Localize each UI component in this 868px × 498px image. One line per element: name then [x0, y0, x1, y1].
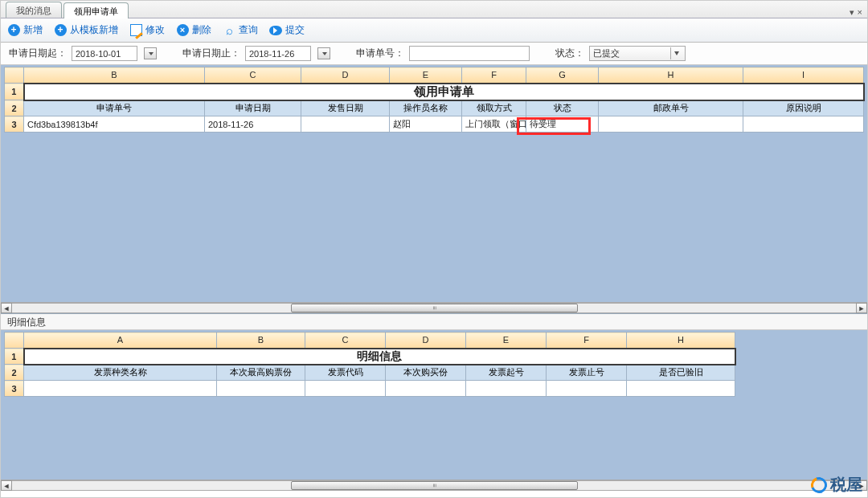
cell[interactable] [217, 381, 305, 397]
edit-button-label: 修改 [145, 23, 165, 37]
cell-status[interactable]: 待受理 [526, 116, 599, 133]
table-header: 原因说明 [743, 100, 864, 116]
row-header[interactable]: 1 [5, 349, 24, 365]
grid-corner[interactable] [5, 67, 24, 84]
sheet-title: 领用申请单 [24, 84, 864, 100]
col-header[interactable]: H [599, 67, 743, 84]
date-from-input[interactable]: 2018-10-01 [72, 46, 137, 61]
watermark-text: 税屋 [830, 474, 862, 496]
chevron-down-icon [670, 47, 682, 59]
delete-icon: × [177, 24, 189, 36]
plus-icon: + [8, 24, 20, 36]
cell[interactable] [305, 381, 386, 397]
table-header: 领取方式 [462, 100, 526, 116]
grid-corner[interactable] [5, 333, 24, 349]
submit-button-label: 提交 [285, 23, 305, 37]
row-header[interactable]: 3 [5, 381, 24, 397]
table-header: 操作员名称 [390, 100, 462, 116]
table-header: 申请日期 [205, 100, 301, 116]
row-header[interactable]: 2 [5, 100, 24, 116]
delete-button[interactable]: × 删除 [176, 23, 211, 37]
cell[interactable] [386, 381, 466, 397]
scroll-thumb[interactable] [291, 481, 578, 490]
scroll-right-icon[interactable]: ► [856, 303, 867, 313]
col-header[interactable]: I [743, 67, 864, 84]
col-header[interactable]: D [386, 333, 466, 349]
cell[interactable] [466, 381, 547, 397]
edit-button[interactable]: 修改 [129, 23, 165, 37]
search-icon: ⌕ [223, 24, 235, 37]
scroll-track[interactable] [12, 303, 856, 313]
req-no-label: 申请单号： [356, 47, 404, 60]
row-header[interactable]: 2 [5, 365, 24, 381]
delete-button-label: 删除 [192, 23, 211, 37]
calendar-icon[interactable] [317, 47, 330, 59]
col-header[interactable]: F [547, 333, 627, 349]
scroll-left-icon[interactable]: ◄ [1, 303, 12, 313]
cell-method[interactable]: 上门领取（窗口） [462, 116, 526, 133]
hscrollbar[interactable]: ◄ ► [1, 302, 867, 313]
hscrollbar[interactable]: ◄ ► [1, 480, 867, 491]
tab-my-messages[interactable]: 我的消息 [6, 2, 62, 18]
col-header[interactable]: H [627, 333, 735, 349]
col-header[interactable]: B [217, 333, 305, 349]
cell[interactable] [24, 381, 217, 397]
table-row[interactable]: 3 Cfd3ba139813b4f 2018-11-26 赵阳 上门领取（窗口）… [5, 116, 864, 133]
tab-request-form[interactable]: 领用申请单 [63, 2, 129, 18]
new-button[interactable]: + 新增 [7, 23, 43, 37]
table-header: 本次最高购票份 [217, 365, 305, 381]
plus-icon: + [55, 24, 67, 36]
calendar-icon[interactable] [144, 47, 157, 59]
cell-sale-date[interactable] [301, 116, 390, 133]
cell-req-date[interactable]: 2018-11-26 [205, 116, 301, 133]
cell-post-no[interactable] [599, 116, 743, 133]
col-header[interactable]: B [24, 67, 205, 84]
submit-icon [269, 26, 282, 35]
window-dropdown-icon[interactable]: ▾ [850, 7, 854, 18]
col-header[interactable]: E [390, 67, 462, 84]
req-no-input[interactable] [409, 46, 530, 61]
table-header: 发票种类名称 [24, 365, 217, 381]
scroll-track[interactable] [12, 480, 856, 491]
query-button[interactable]: ⌕ 查询 [223, 23, 258, 37]
row-header[interactable]: 3 [5, 116, 24, 133]
submit-button[interactable]: 提交 [269, 23, 305, 37]
table-header: 状态 [526, 100, 599, 116]
query-button-label: 查询 [239, 23, 258, 37]
logo-icon [809, 474, 830, 496]
table-header: 发票止号 [547, 365, 627, 381]
window-close-icon[interactable]: × [858, 7, 862, 18]
new-from-template-label: 从模板新增 [70, 23, 118, 37]
table-header: 发票代码 [305, 365, 386, 381]
new-button-label: 新增 [23, 23, 43, 37]
watermark: 税屋 [811, 474, 862, 496]
date-from-value: 2018-10-01 [76, 49, 121, 59]
col-header[interactable]: F [462, 67, 526, 84]
date-to-label: 申请日期止： [182, 47, 240, 60]
cell-reason[interactable] [743, 116, 864, 133]
col-header[interactable]: C [205, 67, 301, 84]
edit-icon [130, 24, 142, 36]
table-header: 是否已验旧 [627, 365, 735, 381]
col-header[interactable]: D [301, 67, 390, 84]
cell-req-no[interactable]: Cfd3ba139813b4f [24, 116, 205, 133]
detail-section-label: 明细信息 [1, 314, 867, 330]
status-combo[interactable]: 已提交 [589, 46, 686, 61]
new-from-template-button[interactable]: + 从模板新增 [54, 23, 118, 37]
cell-operator[interactable]: 赵阳 [390, 116, 462, 133]
date-to-input[interactable]: 2018-11-26 [245, 46, 311, 61]
table-header: 发售日期 [301, 100, 390, 116]
date-to-value: 2018-11-26 [249, 49, 294, 59]
col-header[interactable]: E [466, 333, 547, 349]
scroll-left-icon[interactable]: ◄ [1, 480, 12, 491]
col-header[interactable]: G [526, 67, 599, 84]
row-header[interactable]: 1 [5, 84, 24, 100]
col-header[interactable]: C [305, 333, 386, 349]
cell[interactable] [627, 381, 735, 397]
table-row[interactable]: 3 [5, 381, 735, 397]
date-from-label: 申请日期起： [9, 47, 67, 60]
cell[interactable] [547, 381, 627, 397]
col-header[interactable]: A [24, 333, 217, 349]
sheet-title: 明细信息 [24, 349, 735, 365]
scroll-thumb[interactable] [291, 304, 578, 312]
